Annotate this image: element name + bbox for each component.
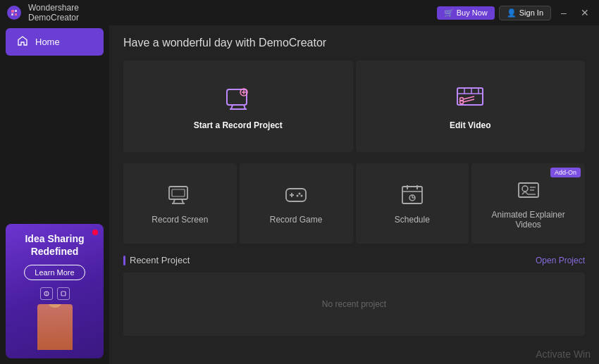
card-record-project[interactable]: Start a Record Project xyxy=(123,61,353,152)
svg-point-32 xyxy=(299,193,301,195)
record-screen-icon xyxy=(167,182,192,208)
close-button[interactable]: ✕ xyxy=(576,4,593,21)
svg-point-34 xyxy=(297,195,299,197)
no-recent-text: No recent project xyxy=(322,299,386,309)
bottom-cards-grid: Record Screen Record Game xyxy=(123,163,585,244)
sidebar: Home Idea Sharing Redefined Learn More xyxy=(0,25,109,364)
activate-windows-text: Activate Win xyxy=(536,349,591,360)
schedule-icon xyxy=(400,182,425,208)
minimize-button[interactable]: – xyxy=(555,4,572,21)
sidebar-promo: Idea Sharing Redefined Learn More xyxy=(6,224,104,358)
svg-line-20 xyxy=(463,96,474,99)
promo-dot xyxy=(92,230,98,235)
svg-rect-2 xyxy=(15,10,17,12)
svg-rect-3 xyxy=(11,13,13,15)
card-record-game-label: Record Game xyxy=(270,215,323,225)
svg-line-44 xyxy=(522,192,525,194)
recent-project-header: Recent Project Open Project xyxy=(123,255,585,265)
buy-now-button[interactable]: 🛒 Buy Now xyxy=(437,6,495,20)
svg-point-33 xyxy=(301,195,303,197)
svg-point-23 xyxy=(460,101,464,104)
card-record-project-label: Start a Record Project xyxy=(194,120,283,130)
card-animated-explainer-label: Animated Explainer Videos xyxy=(486,210,571,230)
sign-in-button[interactable]: 👤 Sign In xyxy=(499,6,551,20)
page-greeting: Have a wonderful day with DemoCreator xyxy=(123,37,585,49)
recent-project-title: Recent Project xyxy=(123,255,190,265)
open-project-link[interactable]: Open Project xyxy=(536,256,585,265)
sidebar-item-home-label: Home xyxy=(35,37,60,47)
svg-rect-42 xyxy=(519,183,538,197)
promo-title: Idea Sharing Redefined xyxy=(14,232,95,258)
promo-learn-more-button[interactable]: Learn More xyxy=(24,265,85,280)
addon-badge: Add-On xyxy=(550,168,581,177)
sidebar-item-home[interactable]: Home xyxy=(6,28,104,56)
record-game-icon xyxy=(283,182,309,208)
card-schedule-label: Schedule xyxy=(395,215,430,225)
content-area: Have a wonderful day with DemoCreator St… xyxy=(109,25,599,364)
recent-project-area: No recent project xyxy=(123,272,585,336)
svg-point-43 xyxy=(522,186,528,192)
card-record-screen[interactable]: Record Screen xyxy=(123,163,237,244)
svg-line-21 xyxy=(463,99,474,102)
card-edit-video-label: Edit Video xyxy=(450,120,490,130)
app-name: Wondershare DemoCreator xyxy=(28,3,79,23)
animated-explainer-icon xyxy=(516,177,541,203)
card-record-game[interactable]: Record Game xyxy=(240,163,353,244)
card-edit-video[interactable]: Edit Video xyxy=(356,61,586,152)
svg-rect-29 xyxy=(286,189,306,201)
svg-point-0 xyxy=(7,6,21,20)
title-bar: Wondershare DemoCreator 🛒 Buy Now 👤 Sign… xyxy=(0,0,599,25)
home-icon xyxy=(17,35,28,49)
svg-rect-7 xyxy=(61,291,66,296)
cart-icon: 🛒 xyxy=(444,8,454,18)
app-branding: Wondershare DemoCreator xyxy=(6,3,79,23)
svg-rect-28 xyxy=(172,189,185,196)
user-icon: 👤 xyxy=(507,8,517,18)
card-animated-explainer[interactable]: Add-On Animated Explainer Videos xyxy=(471,163,585,244)
app-logo-icon xyxy=(6,4,23,21)
svg-rect-1 xyxy=(11,10,14,13)
main-layout: Home Idea Sharing Redefined Learn More xyxy=(0,25,599,364)
top-cards-grid: Start a Record Project Edit Video xyxy=(123,61,585,152)
sidebar-nav: Home xyxy=(0,25,109,218)
edit-video-icon xyxy=(455,82,486,113)
svg-rect-4 xyxy=(15,13,17,15)
record-project-icon xyxy=(223,82,254,113)
card-schedule[interactable]: Schedule xyxy=(356,163,469,244)
title-bar-actions: 🛒 Buy Now 👤 Sign In – ✕ xyxy=(437,4,593,21)
card-record-screen-label: Record Screen xyxy=(152,215,208,225)
svg-line-45 xyxy=(525,192,528,194)
